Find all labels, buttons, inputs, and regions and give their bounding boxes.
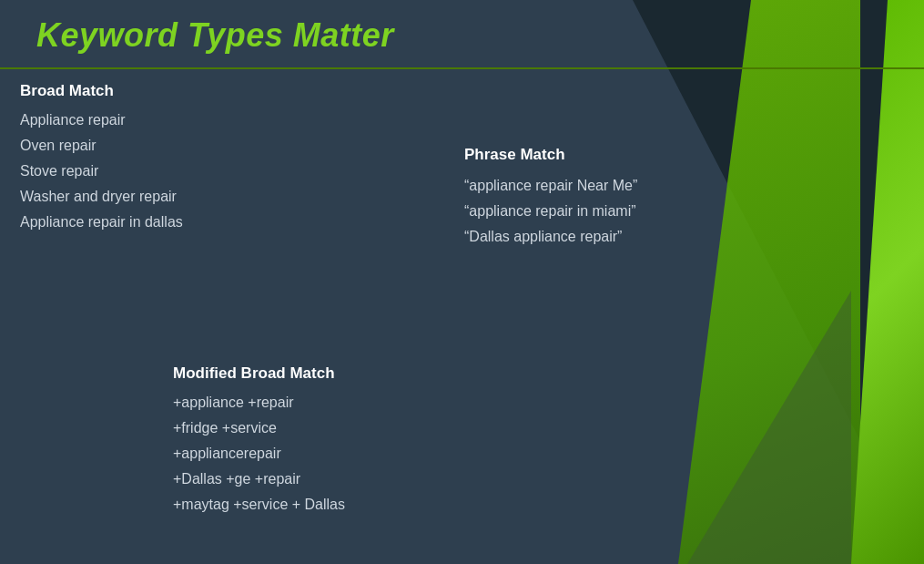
- list-item: +maytag +service + Dallas: [173, 492, 345, 518]
- modified-broad-match-section: Modified Broad Match +appliance +repair …: [173, 364, 345, 518]
- broad-match-title: Broad Match: [20, 82, 183, 100]
- broad-match-section: Broad Match Appliance repair Oven repair…: [20, 82, 183, 235]
- list-item: +Dallas +ge +repair: [173, 467, 345, 492]
- slide: Keyword Types Matter Broad Match Applian…: [0, 0, 924, 564]
- list-item: Stove repair: [20, 159, 183, 184]
- modified-broad-match-title: Modified Broad Match: [173, 364, 345, 383]
- list-item: +appliancerepair: [173, 441, 345, 467]
- green-diagonal: [678, 0, 860, 564]
- title-bar: Keyword Types Matter: [0, 0, 924, 69]
- slide-title: Keyword Types Matter: [36, 16, 394, 54]
- list-item: Washer and dryer repair: [20, 184, 183, 210]
- decorative-shapes: [633, 0, 924, 564]
- list-item: +fridge +service: [173, 415, 345, 441]
- list-item: Oven repair: [20, 133, 183, 159]
- list-item: +appliance +repair: [173, 390, 345, 415]
- broad-match-list: Appliance repair Oven repair Stove repai…: [20, 108, 183, 235]
- list-item: Appliance repair: [20, 108, 183, 133]
- list-item: “Dallas appliance repair”: [464, 224, 924, 250]
- dark-triangle: [633, 0, 924, 564]
- list-item: “appliance repair in miami”: [464, 199, 924, 224]
- green-right-bar: [851, 0, 924, 564]
- phrase-match-list: “appliance repair Near Me” “appliance re…: [464, 173, 924, 250]
- phrase-match-title: Phrase Match: [464, 146, 924, 164]
- list-item: “appliance repair Near Me”: [464, 173, 924, 199]
- list-item: Appliance repair in dallas: [20, 210, 183, 235]
- inner-triangle: [687, 291, 851, 564]
- modified-broad-match-list: +appliance +repair +fridge +service +app…: [173, 390, 345, 518]
- phrase-match-section: Phrase Match “appliance repair Near Me” …: [464, 146, 924, 250]
